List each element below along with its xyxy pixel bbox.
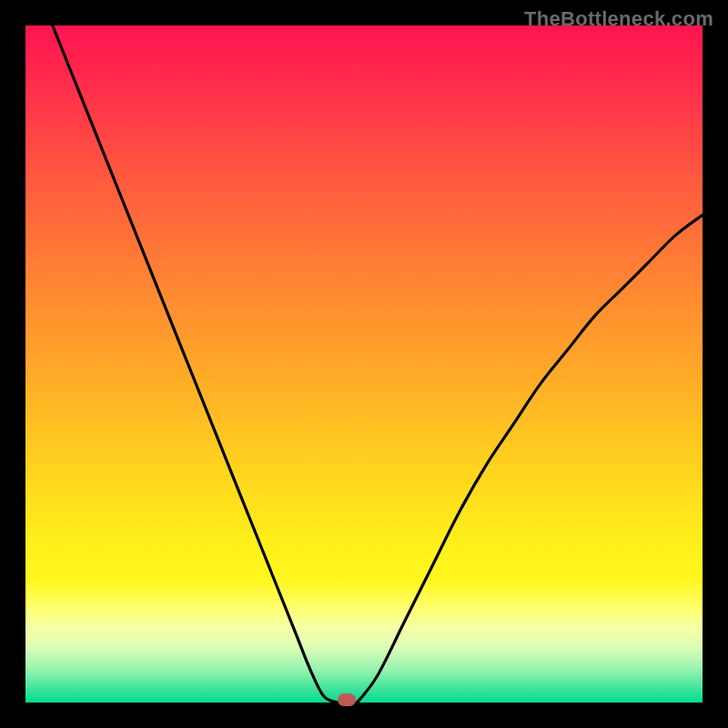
curve-left-branch	[53, 25, 337, 703]
bottleneck-curve	[25, 25, 703, 703]
curve-right-branch	[358, 215, 703, 703]
optimum-marker	[338, 693, 356, 706]
watermark-text: TheBottleneck.com	[524, 7, 713, 31]
plot-area	[25, 25, 703, 703]
chart-frame: TheBottleneck.com	[0, 0, 728, 728]
